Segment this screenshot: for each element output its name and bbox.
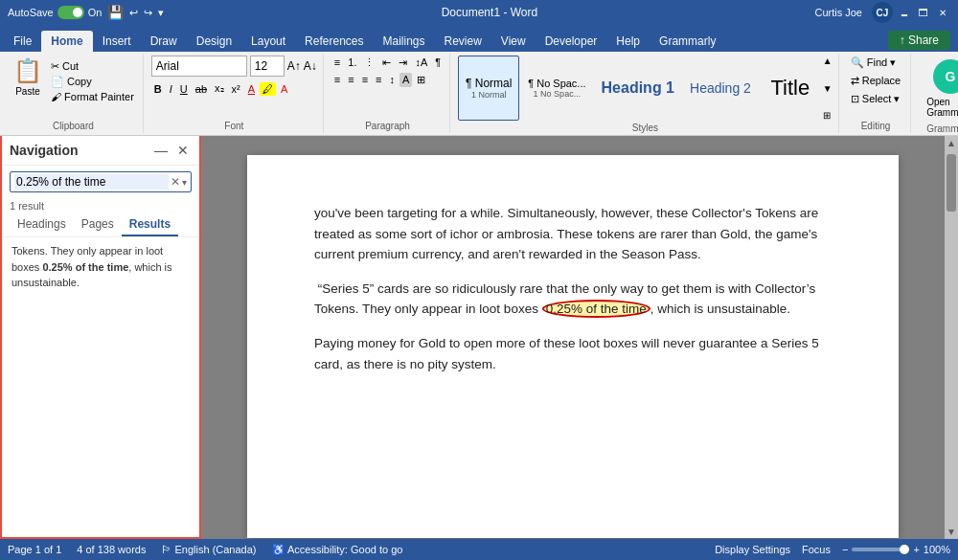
numbering-button[interactable]: 1.: [345, 56, 359, 70]
show-marks-button[interactable]: ¶: [432, 56, 444, 70]
bullets-button[interactable]: ≡: [331, 56, 343, 70]
autosave-label: AutoSave: [8, 7, 54, 18]
style-normal-preview: ¶ Normal: [466, 77, 512, 90]
zoom-out-button[interactable]: −: [842, 544, 848, 555]
format-painter-button[interactable]: 🖌 Format Painter: [48, 90, 137, 103]
tab-review[interactable]: Review: [435, 31, 491, 52]
highlight-button[interactable]: 🖊: [260, 82, 276, 96]
align-left-button[interactable]: ≡: [331, 73, 343, 87]
font-shrink-button[interactable]: A↓: [304, 59, 317, 73]
document-page[interactable]: you've been targeting for a while. Simul…: [247, 155, 899, 538]
sort-button[interactable]: ↕A: [412, 56, 430, 70]
align-right-button[interactable]: ≡: [359, 73, 371, 87]
scroll-thumb[interactable]: [947, 154, 956, 212]
cut-button[interactable]: ✂ Cut: [48, 59, 137, 74]
focus-mode[interactable]: Focus: [802, 544, 831, 555]
font-grow-button[interactable]: A↑: [287, 59, 301, 73]
multilevel-button[interactable]: ⋮: [361, 56, 377, 70]
scroll-down-arrow[interactable]: ▼: [945, 525, 958, 539]
nav-tab-results[interactable]: Results: [122, 213, 178, 236]
zoom-control[interactable]: − + 100%: [842, 544, 950, 555]
editing-label: Editing: [861, 119, 891, 131]
select-button[interactable]: ⊡ Select ▾: [847, 92, 904, 106]
styles-scroll-down[interactable]: ▼: [823, 83, 833, 94]
autosave-toggle[interactable]: [57, 6, 84, 19]
borders-button[interactable]: ⊞: [414, 73, 428, 87]
copy-button[interactable]: 📄 Copy: [48, 75, 137, 89]
nav-result-item[interactable]: Tokens. They only appear in loot boxes 0…: [2, 237, 199, 297]
nav-clear-button[interactable]: ✕: [171, 175, 180, 189]
tab-grammarly[interactable]: Grammarly: [650, 31, 725, 52]
nav-title: Navigation: [10, 143, 79, 158]
nav-tab-pages[interactable]: Pages: [74, 213, 122, 236]
title-bar: AutoSave On 💾 ↩ ↪ ▾ Document1 - Word Cur…: [0, 0, 958, 25]
share-button[interactable]: ↑ Share: [888, 31, 950, 50]
replace-button[interactable]: ⇄ Replace: [847, 74, 904, 88]
maximize-button[interactable]: 🗖: [916, 5, 931, 20]
minimize-button[interactable]: 🗕: [897, 5, 912, 20]
line-spacing-button[interactable]: ↕: [387, 73, 399, 87]
style-h2-preview: Heading 2: [690, 80, 751, 96]
paragraph-3: Paying money for Gold to open more of th…: [314, 333, 832, 374]
tab-insert[interactable]: Insert: [93, 31, 141, 52]
tab-help[interactable]: Help: [606, 31, 650, 52]
tab-view[interactable]: View: [491, 31, 536, 52]
subscript-button[interactable]: x₂: [212, 81, 227, 96]
nav-search-input[interactable]: [14, 174, 169, 190]
display-settings[interactable]: Display Settings: [715, 544, 790, 555]
shading-button[interactable]: A: [399, 73, 412, 87]
increase-indent-button[interactable]: ⇥: [396, 56, 410, 70]
tab-home[interactable]: Home: [41, 31, 92, 52]
underline-button[interactable]: U: [177, 82, 191, 96]
tab-draw[interactable]: Draw: [141, 31, 187, 52]
font-color-button[interactable]: A: [278, 82, 290, 96]
font-name-input[interactable]: [151, 56, 247, 77]
redo-button[interactable]: ↪: [144, 7, 152, 19]
zoom-slider-track[interactable]: [852, 548, 909, 551]
window-controls: Curtis Joe CJ 🗕 🗖 ✕: [814, 2, 950, 23]
scrollbar[interactable]: ▲ ▼: [945, 136, 958, 539]
strikethrough-button[interactable]: ab: [193, 82, 210, 96]
nav-collapse-button[interactable]: —: [151, 142, 171, 159]
style-normal[interactable]: ¶ Normal 1 Normal: [458, 56, 519, 121]
tab-file[interactable]: File: [4, 31, 41, 52]
ribbon-tabs: File Home Insert Draw Design Layout Refe…: [0, 25, 958, 52]
zoom-in-button[interactable]: +: [913, 544, 919, 555]
style-normal-sublabel: 1 Normal: [471, 90, 507, 100]
justify-button[interactable]: ≡: [373, 73, 384, 87]
language-text: English (Canada): [175, 544, 257, 555]
find-button[interactable]: 🔍 Find ▾: [847, 56, 904, 70]
font-label: Font: [224, 119, 243, 131]
nav-tab-headings[interactable]: Headings: [10, 213, 74, 236]
style-heading2[interactable]: Heading 2: [683, 56, 758, 121]
tab-references[interactable]: References: [295, 31, 373, 52]
undo-button[interactable]: ↩: [129, 7, 138, 19]
italic-button[interactable]: I: [167, 82, 175, 96]
style-title[interactable]: Title: [760, 56, 821, 121]
align-center-button[interactable]: ≡: [345, 73, 356, 87]
style-nospace[interactable]: ¶ No Spac... 1 No Spac...: [521, 56, 592, 121]
style-heading1[interactable]: Heading 1: [595, 56, 681, 121]
autosave-control[interactable]: AutoSave On: [8, 6, 102, 19]
tab-layout[interactable]: Layout: [241, 31, 295, 52]
nav-search-box[interactable]: ✕ ▾: [10, 171, 192, 192]
bold-button[interactable]: B: [151, 82, 165, 96]
tab-developer[interactable]: Developer: [536, 31, 607, 52]
text-color-button[interactable]: A: [245, 82, 258, 96]
grammarly-button[interactable]: G 1 OpenGrammarly: [919, 56, 958, 122]
tab-mailings[interactable]: Mailings: [373, 31, 434, 52]
tab-design[interactable]: Design: [187, 31, 241, 52]
save-icon[interactable]: 💾: [107, 5, 124, 20]
language-indicator: 🏳 English (Canada): [161, 544, 256, 555]
customize-icon[interactable]: ▾: [158, 7, 164, 19]
styles-expand[interactable]: ⊞: [823, 110, 833, 121]
superscript-button[interactable]: x²: [229, 82, 243, 96]
nav-close-button[interactable]: ✕: [174, 142, 192, 159]
styles-scroll-up[interactable]: ▲: [823, 56, 833, 66]
paste-button[interactable]: 📋 Paste: [10, 56, 46, 99]
font-size-input[interactable]: [250, 56, 285, 77]
close-button[interactable]: ✕: [935, 5, 950, 20]
scroll-up-arrow[interactable]: ▲: [945, 136, 958, 150]
nav-search-dropdown[interactable]: ▾: [182, 177, 187, 188]
decrease-indent-button[interactable]: ⇤: [379, 56, 394, 70]
